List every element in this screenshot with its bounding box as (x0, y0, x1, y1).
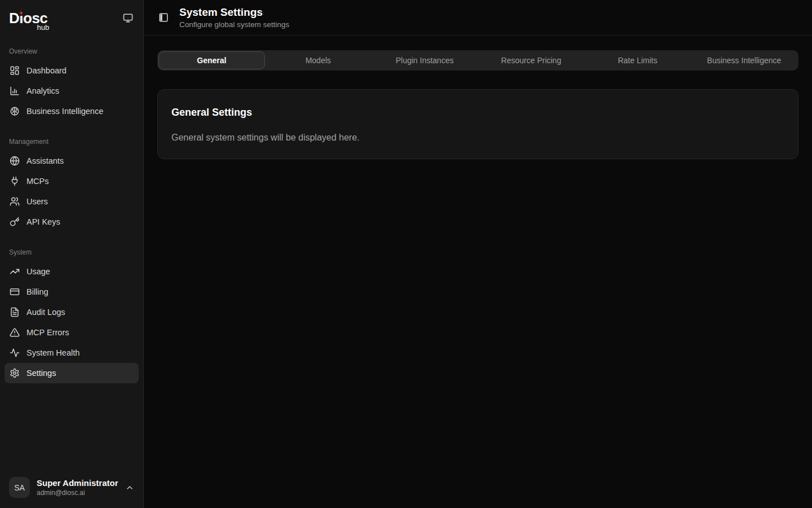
section-label: Overview (9, 47, 134, 55)
sidebar-item-label: Settings (27, 369, 56, 378)
dashboard-icon (10, 65, 20, 76)
sidebar-header: Diosc ✦ hub (0, 0, 143, 36)
tab-business-intelligence[interactable]: Business Intelligence (691, 51, 797, 69)
trending-up-icon (10, 266, 20, 277)
brain-icon (10, 106, 20, 116)
panel-left-icon (158, 12, 169, 23)
sidebar-item-label: MCPs (27, 177, 48, 186)
card-title: General Settings (171, 107, 784, 119)
credit-card-icon (10, 287, 20, 297)
sidebar-item-api-keys[interactable]: API Keys (5, 212, 139, 232)
page-title-block: System Settings Configure global system … (179, 6, 289, 29)
monitor-icon (123, 13, 133, 23)
bar-chart-icon (10, 86, 20, 96)
tab-resource-pricing[interactable]: Resource Pricing (478, 51, 584, 69)
logo-spark-icon: ✦ (18, 10, 24, 16)
sidebar-item-business-intelligence[interactable]: Business Intelligence (5, 101, 139, 121)
sidebar-item-dashboard[interactable]: Dashboard (5, 60, 139, 81)
alert-triangle-icon (10, 327, 20, 338)
avatar: SA (9, 477, 30, 498)
sidebar-item-label: MCP Errors (27, 328, 69, 337)
nav-section-overview: Overview Dashboard Analytics Business In… (0, 47, 143, 121)
logo-sub-text: hub (37, 24, 50, 31)
sidebar-toggle-button[interactable] (157, 11, 170, 24)
sidebar-item-assistants[interactable]: Assistants (5, 151, 139, 171)
settings-tabs: General Models Plugin Instances Resource… (157, 50, 798, 71)
section-label: System (9, 248, 134, 256)
tab-plugin-instances[interactable]: Plugin Instances (372, 51, 478, 69)
tab-rate-limits[interactable]: Rate Limits (584, 51, 691, 69)
sidebar-item-label: Assistants (27, 156, 64, 165)
sidebar-item-system-health[interactable]: System Health (5, 343, 139, 363)
card-body-text: General system settings will be displaye… (171, 133, 784, 143)
activity-icon (10, 348, 20, 358)
main-area: System Settings Configure global system … (144, 0, 812, 508)
globe-icon (10, 156, 20, 166)
gear-icon (10, 368, 20, 378)
page-title: System Settings (179, 6, 289, 19)
sidebar-item-label: Audit Logs (27, 308, 65, 317)
page-header: System Settings Configure global system … (144, 0, 812, 36)
sidebar-item-label: Business Intelligence (27, 107, 103, 116)
file-text-icon (10, 307, 20, 317)
general-settings-card: General Settings General system settings… (157, 89, 798, 159)
user-meta: Super Administrator admin@diosc.ai (37, 478, 118, 497)
sidebar-item-label: Billing (27, 287, 48, 296)
chevron-up-icon (125, 483, 134, 492)
tab-models[interactable]: Models (265, 51, 372, 69)
page-subtitle: Configure global system settings (179, 20, 289, 29)
tab-general[interactable]: General (158, 51, 265, 69)
sidebar-item-settings[interactable]: Settings (5, 363, 139, 383)
sidebar-item-label: API Keys (27, 217, 60, 226)
sidebar-nav: Overview Dashboard Analytics Business In… (0, 36, 143, 469)
nav-section-management: Management Assistants MCPs Users API Key… (0, 138, 143, 232)
sidebar-item-mcp-errors[interactable]: MCP Errors (5, 322, 139, 343)
users-icon (10, 196, 20, 207)
key-icon (10, 217, 20, 227)
sidebar-item-mcps[interactable]: MCPs (5, 171, 139, 191)
sidebar-item-label: Dashboard (27, 66, 67, 75)
nav-section-system: System Usage Billing Audit Logs MCP Erro… (0, 248, 143, 383)
sidebar-item-users[interactable]: Users (5, 191, 139, 212)
theme-monitor-button[interactable] (122, 12, 134, 24)
page-content: General Models Plugin Instances Resource… (144, 36, 812, 174)
section-label: Management (9, 138, 134, 146)
plug-icon (10, 176, 20, 186)
sidebar-item-analytics[interactable]: Analytics (5, 81, 139, 101)
sidebar-item-label: Analytics (27, 86, 59, 95)
user-email: admin@diosc.ai (37, 489, 118, 497)
app-logo: Diosc ✦ hub (9, 11, 47, 25)
user-name: Super Administrator (37, 478, 118, 489)
sidebar-item-label: Usage (27, 267, 50, 276)
sidebar-item-label: Users (27, 197, 48, 206)
sidebar: Diosc ✦ hub Overview Dashboard Analytics… (0, 0, 144, 508)
sidebar-item-audit-logs[interactable]: Audit Logs (5, 302, 139, 322)
sidebar-item-billing[interactable]: Billing (5, 282, 139, 302)
sidebar-item-usage[interactable]: Usage (5, 261, 139, 282)
user-menu[interactable]: SA Super Administrator admin@diosc.ai (0, 469, 143, 508)
sidebar-item-label: System Health (27, 348, 80, 357)
